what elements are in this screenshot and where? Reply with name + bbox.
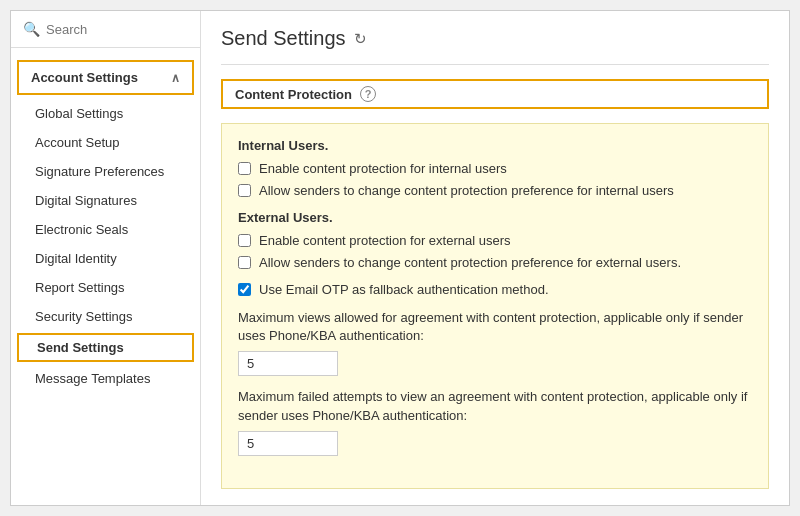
otp-checkbox-label: Use Email OTP as fallback authentication… (259, 282, 549, 297)
title-divider (221, 64, 769, 65)
internal-checkbox-2-label: Allow senders to change content protecti… (259, 183, 674, 198)
external-checkbox-2[interactable] (238, 256, 251, 269)
external-checkbox-2-row: Allow senders to change content protecti… (238, 255, 752, 270)
sidebar-item-digital-identity[interactable]: Digital Identity (11, 244, 200, 273)
otp-checkbox-row: Use Email OTP as fallback authentication… (238, 282, 752, 297)
refresh-icon[interactable]: ↻ (354, 30, 367, 48)
otp-checkbox[interactable] (238, 283, 251, 296)
sidebar-item-account-setup[interactable]: Account Setup (11, 128, 200, 157)
search-icon: 🔍 (23, 21, 40, 37)
nav-section-account-settings: Account Settings ∧ Global Settings Accou… (11, 48, 200, 401)
sidebar-item-digital-signatures[interactable]: Digital Signatures (11, 186, 200, 215)
content-protection-tab-label: Content Protection (235, 87, 352, 102)
account-settings-header[interactable]: Account Settings ∧ (17, 60, 194, 95)
nav-items-list: Global Settings Account Setup Signature … (11, 99, 200, 393)
max-failed-description: Maximum failed attempts to view an agree… (238, 388, 752, 424)
sidebar-item-send-settings[interactable]: Send Settings (17, 333, 194, 362)
sidebar-item-signature-preferences[interactable]: Signature Preferences (11, 157, 200, 186)
help-icon[interactable]: ? (360, 86, 376, 102)
sidebar: 🔍 Account Settings ∧ Global Settings Acc… (11, 11, 201, 505)
internal-checkbox-1-row: Enable content protection for internal u… (238, 161, 752, 176)
content-protection-panel: Internal Users. Enable content protectio… (221, 123, 769, 489)
internal-checkbox-2-row: Allow senders to change content protecti… (238, 183, 752, 198)
search-input[interactable] (46, 22, 188, 37)
sidebar-item-security-settings[interactable]: Security Settings (11, 302, 200, 331)
content-protection-tab[interactable]: Content Protection ? (221, 79, 769, 109)
external-checkbox-2-label: Allow senders to change content protecti… (259, 255, 681, 270)
chevron-up-icon: ∧ (171, 71, 180, 85)
external-checkbox-1[interactable] (238, 234, 251, 247)
max-failed-input[interactable] (238, 431, 338, 456)
search-box: 🔍 (11, 11, 200, 48)
external-users-title: External Users. (238, 210, 752, 225)
sidebar-item-global-settings[interactable]: Global Settings (11, 99, 200, 128)
internal-checkbox-1-label: Enable content protection for internal u… (259, 161, 507, 176)
external-checkbox-1-row: Enable content protection for external u… (238, 233, 752, 248)
max-views-description: Maximum views allowed for agreement with… (238, 309, 752, 345)
internal-checkbox-2[interactable] (238, 184, 251, 197)
internal-users-title: Internal Users. (238, 138, 752, 153)
account-settings-label: Account Settings (31, 70, 138, 85)
page-title-area: Send Settings ↻ (221, 27, 769, 50)
external-checkbox-1-label: Enable content protection for external u… (259, 233, 510, 248)
internal-checkbox-1[interactable] (238, 162, 251, 175)
sidebar-item-electronic-seals[interactable]: Electronic Seals (11, 215, 200, 244)
main-content: Send Settings ↻ Content Protection ? Int… (201, 11, 789, 505)
max-views-input[interactable] (238, 351, 338, 376)
sidebar-item-report-settings[interactable]: Report Settings (11, 273, 200, 302)
sidebar-item-message-templates[interactable]: Message Templates (11, 364, 200, 393)
page-title: Send Settings (221, 27, 346, 50)
